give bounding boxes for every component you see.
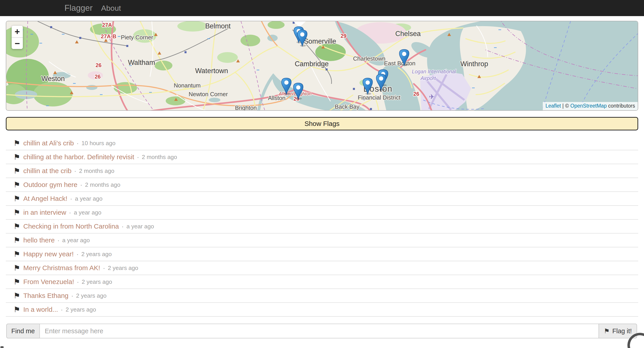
map-place-label: Airport (420, 75, 436, 81)
map-place-label: Back Bay (335, 103, 360, 110)
road-shield-label: 26 (413, 91, 420, 97)
flag-timestamp: 2 years ago (76, 292, 106, 299)
map-attribution: Leaflet | © OpenStreetMap contributors (543, 102, 638, 110)
dot-separator: · (137, 153, 139, 161)
flag-list-item: ⚑hello there·a year ago (6, 233, 638, 247)
flag-timestamp: a year ago (74, 209, 102, 216)
flag-list-item: ⚑chillin at the crib·2 months ago (6, 164, 638, 178)
zoom-out-button[interactable]: − (12, 37, 23, 49)
flag-message-link[interactable]: Happy new year! (23, 250, 74, 258)
map-place-label: Weston (42, 75, 65, 83)
dot-separator: · (76, 139, 79, 147)
dot-separator: · (103, 264, 105, 272)
map-place-label: Somerville (304, 37, 336, 45)
corner-dot (0, 346, 4, 348)
flag-icon: ⚑ (14, 180, 23, 189)
road-shield-label: 27A-B (101, 33, 116, 39)
dot-separator: · (61, 306, 63, 313)
zoom-in-button[interactable]: + (12, 26, 23, 37)
road-shield-label: 29 (340, 33, 347, 39)
flag-icon: ⚑ (14, 291, 23, 300)
attribution-copyright: © (565, 103, 570, 109)
map-place-label: Logan International (412, 69, 456, 74)
road-shield-label: 26 (95, 74, 101, 80)
flag-icon: ⚑ (14, 194, 23, 203)
flag-list-item: ⚑chilling at the harbor. Definitely revi… (6, 150, 638, 164)
flag-icon: ⚑ (14, 277, 23, 286)
map-place-label: Belmont (205, 22, 231, 30)
road-shield-label: 26 (96, 62, 102, 68)
flag-list-item: ⚑Checking in from North Carolina·a year … (6, 220, 638, 233)
flag-icon: ⚑ (14, 139, 23, 148)
road-shield-label: 27A (102, 22, 112, 28)
flag-icon: ⚑ (604, 327, 610, 335)
nav-link-about[interactable]: About (101, 4, 121, 12)
flag-message-link[interactable]: chillin at the crib (23, 167, 72, 175)
flag-form: Find me ⚑Flag it! (6, 324, 637, 338)
map-place-label: Piety Corner (121, 34, 154, 41)
flag-message-link[interactable]: Outdoor gym here (23, 181, 78, 188)
navbar: Flagger About (0, 0, 644, 16)
flag-timestamp: a year ago (126, 223, 154, 230)
flag-icon: ⚑ (14, 208, 23, 217)
dot-separator: · (74, 167, 76, 175)
flag-message-link[interactable]: Thanks Ethang (23, 292, 68, 300)
flag-timestamp: 2 years ago (82, 278, 112, 285)
flag-list-item: ⚑Thanks Ethang·2 years ago (6, 289, 638, 303)
flag-timestamp: 2 months ago (79, 168, 114, 174)
dot-separator: · (80, 181, 82, 188)
map-place-label: Chelsea (395, 30, 421, 38)
dot-separator: · (77, 278, 79, 286)
flag-list-item: ⚑From Venezuela!·2 years ago (6, 275, 638, 289)
flag-timestamp: 2 months ago (85, 181, 120, 188)
flag-message-link[interactable]: Checking in from North Carolina (23, 222, 119, 230)
navbar-container: Flagger About (0, 0, 644, 16)
map-place-label: Charlestown (353, 55, 386, 62)
flag-message-link[interactable]: hello there (23, 236, 55, 244)
flag-message-link[interactable]: From Venezuela! (23, 278, 74, 286)
show-flags-button[interactable]: Show Flags (6, 117, 638, 130)
flag-timestamp: 2 years ago (108, 265, 138, 272)
map-zoom-control: + − (12, 26, 23, 49)
flag-icon: ⚑ (14, 305, 23, 314)
flag-timestamp: 2 years ago (81, 251, 112, 258)
attribution-separator: | (561, 103, 565, 109)
flag-icon: ⚑ (14, 250, 23, 259)
map-canvas[interactable]: ✈ (6, 21, 638, 111)
flag-list-item: ⚑in an interview·a year ago (6, 206, 638, 220)
map-place-label: Winthrop (460, 60, 488, 68)
flag-message-link[interactable]: Merry Christmas from AK! (23, 264, 100, 272)
flag-timestamp: 10 hours ago (82, 140, 116, 147)
find-me-button[interactable]: Find me (6, 324, 40, 338)
message-input[interactable] (40, 324, 599, 338)
flag-message-link[interactable]: At Angel Hack! (23, 195, 68, 202)
dot-separator: · (70, 195, 72, 202)
map-place-label: Nonantum (174, 82, 201, 89)
map-place-label: Financial District (358, 94, 400, 101)
osm-link[interactable]: OpenStreetMap (570, 103, 606, 109)
flag-icon: ⚑ (14, 236, 23, 245)
flag-list-item: ⚑chillin at Ali's crib·10 hours ago (6, 136, 638, 150)
flag-message-link[interactable]: chillin at Ali's crib (23, 139, 74, 147)
map-place-label: Newton Corner (189, 91, 228, 98)
leaflet-link[interactable]: Leaflet (546, 103, 561, 109)
flag-list-item: ⚑Outdoor gym here·2 months ago (6, 178, 638, 192)
flag-list-item: ⚑At Angel Hack!·a year ago (6, 192, 638, 206)
dot-separator: · (76, 250, 78, 258)
flag-icon: ⚑ (14, 222, 23, 231)
dot-separator: · (69, 209, 71, 216)
flag-message-link[interactable]: in an interview (23, 209, 66, 216)
flag-message-link[interactable]: In a world... (23, 306, 58, 313)
attribution-contributors: contributors (606, 103, 635, 109)
flag-timestamp: a year ago (62, 237, 90, 244)
map-place-label: Cambridge (295, 60, 329, 68)
flag-timestamp: a year ago (75, 195, 102, 202)
flag-list-item: ⚑In a world...·2 years ago (6, 303, 638, 317)
flag-message-link[interactable]: chilling at the harbor. Definitely revis… (23, 153, 134, 161)
brand-link[interactable]: Flagger (64, 3, 92, 13)
flag-list-item: ⚑Happy new year!·2 years ago (6, 247, 638, 261)
airplane-icon: ✈ (429, 93, 434, 100)
map[interactable]: ✈ (6, 21, 638, 111)
flag-icon: ⚑ (14, 263, 23, 272)
map-place-label: East Boston (384, 60, 416, 67)
